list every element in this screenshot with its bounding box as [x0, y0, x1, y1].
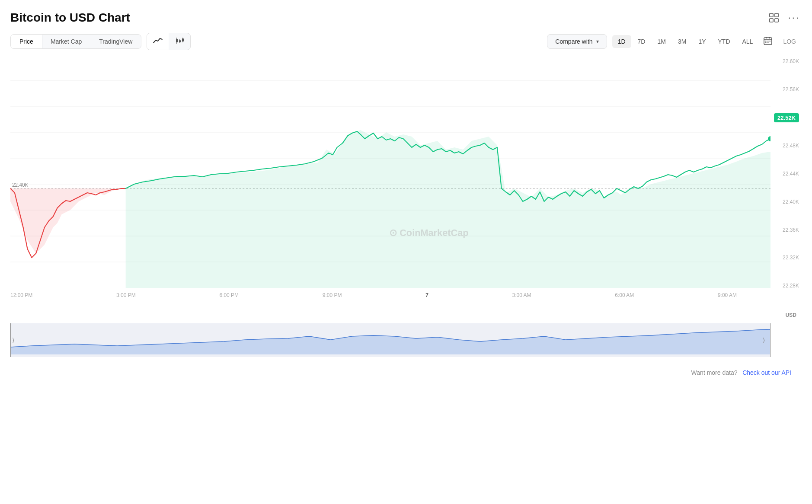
range-7d[interactable]: 7D [632, 35, 651, 48]
page-container: Bitcoin to USD Chart ··· Price Market Ca… [0, 0, 812, 381]
expand-button[interactable] [767, 11, 780, 24]
chart-main: 22.40K ⊙ CoinMarketCap [10, 54, 770, 322]
range-1y[interactable]: 1Y [693, 35, 711, 48]
price-badge: 22.52K [774, 113, 799, 122]
mini-chart-area: ⟩ ⟩ 12:00 PM 3:00 PM 6:00 PM 9:00 PM 7 3… [10, 323, 802, 361]
header-row: Bitcoin to USD Chart ··· [10, 10, 802, 25]
svg-rect-17 [765, 41, 767, 41]
x-label-7: 7 [425, 292, 428, 298]
api-link[interactable]: Check out our API [742, 369, 791, 376]
mini-x-12pm: 12:00 PM [10, 360, 32, 361]
compare-label: Compare with [555, 38, 592, 45]
svg-marker-33 [126, 130, 770, 288]
chevron-down-icon: ▾ [596, 38, 599, 45]
footer-text: Want more data? [691, 369, 738, 376]
svg-rect-20 [765, 42, 767, 43]
x-label-6pm: 6:00 PM [219, 292, 239, 298]
svg-marker-32 [10, 188, 126, 253]
compare-with-button[interactable]: Compare with ▾ [547, 34, 607, 49]
x-label-12pm: 12:00 PM [10, 292, 32, 298]
chart-type-group [147, 33, 191, 50]
mini-x-9pm: 9:00 PM [374, 360, 393, 361]
svg-rect-2 [770, 19, 773, 22]
svg-text:⟩: ⟩ [12, 337, 14, 344]
range-1m[interactable]: 1M [652, 35, 671, 48]
x-label-9pm: 9:00 PM [323, 292, 342, 298]
y-label-8: 22.32K [770, 255, 799, 260]
usd-label: USD [770, 312, 799, 318]
tab-market-cap[interactable]: Market Cap [42, 35, 90, 48]
x-label-3pm: 3:00 PM [116, 292, 136, 298]
log-button[interactable]: LOG [777, 35, 802, 48]
svg-rect-21 [767, 42, 769, 43]
toolbar-row: Price Market Cap TradingView [10, 33, 802, 50]
y-label-4: 22.48K [770, 143, 799, 148]
y-label-2: 22.56K [770, 87, 799, 92]
calendar-button[interactable] [759, 33, 777, 50]
more-options-button[interactable]: ··· [786, 10, 802, 25]
svg-text:22.40K: 22.40K [12, 182, 29, 188]
x-label-9am: 9:00 AM [718, 292, 737, 298]
y-label-5: 22.44K [770, 171, 799, 176]
mini-x-6pm: 6:00 PM [254, 360, 273, 361]
range-ytd[interactable]: YTD [713, 35, 736, 48]
mini-x-7: 7 [494, 360, 497, 361]
svg-text:⟩: ⟩ [763, 337, 765, 344]
range-1d[interactable]: 1D [612, 35, 631, 48]
y-axis: 22.60K 22.56K 22.52K 22.48K 22.44K 22.40… [770, 54, 802, 322]
tab-price[interactable]: Price [11, 35, 42, 48]
mini-x-3pm: 3:00 PM [134, 360, 153, 361]
svg-rect-19 [770, 41, 771, 41]
mini-chart-wrapper: ⟩ ⟩ 12:00 PM 3:00 PM 6:00 PM 9:00 PM 7 3… [10, 323, 802, 361]
range-all[interactable]: ALL [737, 35, 759, 48]
y-label-6: 22.40K [770, 199, 799, 204]
svg-rect-18 [767, 41, 769, 41]
svg-rect-3 [775, 19, 778, 22]
main-chart-area: 22.40K ⊙ CoinMarketCap [10, 54, 802, 322]
svg-rect-7 [179, 40, 181, 42]
candle-chart-button[interactable] [169, 33, 190, 50]
x-axis: 12:00 PM 3:00 PM 6:00 PM 9:00 PM 7 3:00 … [10, 290, 770, 300]
mini-x-3am: 3:00 AM [598, 360, 617, 361]
chart-wrapper: 22.40K ⊙ CoinMarketCap [10, 54, 802, 322]
svg-rect-10 [182, 38, 184, 41]
svg-text:⊙ CoinMarketCap: ⊙ CoinMarketCap [389, 227, 468, 238]
footer: Want more data? Check out our API [10, 361, 802, 381]
range-group: 1D 7D 1M 3M 1Y YTD ALL LOG [612, 33, 802, 50]
svg-rect-4 [176, 39, 178, 42]
x-label-6am: 6:00 AM [615, 292, 634, 298]
tab-group: Price Market Cap TradingView [10, 34, 141, 49]
tab-tradingview[interactable]: TradingView [90, 35, 141, 48]
y-label-7: 22.36K [770, 227, 799, 233]
page-title: Bitcoin to USD Chart [10, 11, 130, 25]
y-label-3: 22.52K [770, 115, 799, 121]
y-label-9: 22.28K [770, 283, 799, 288]
svg-rect-1 [775, 13, 778, 17]
mini-y-axis-spacer [770, 323, 802, 361]
range-3m[interactable]: 3M [672, 35, 692, 48]
mini-x-axis: 12:00 PM 3:00 PM 6:00 PM 9:00 PM 7 3:00 … [10, 359, 770, 361]
mini-chart-main: ⟩ ⟩ 12:00 PM 3:00 PM 6:00 PM 9:00 PM 7 3… [10, 323, 770, 361]
svg-rect-0 [770, 13, 773, 17]
line-chart-button[interactable] [147, 33, 169, 50]
mini-chart-svg: ⟩ ⟩ [10, 323, 770, 357]
y-label-1: 22.60K [770, 59, 799, 64]
mini-x-6am: 6:00 AM [718, 360, 737, 361]
x-label-3am: 3:00 AM [512, 292, 531, 298]
header-icons: ··· [767, 10, 802, 25]
price-chart-svg: 22.40K ⊙ CoinMarketCap [10, 54, 770, 288]
